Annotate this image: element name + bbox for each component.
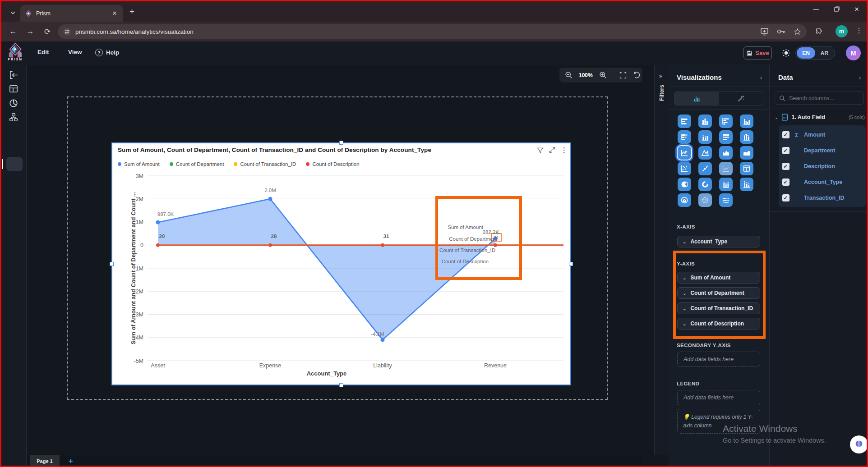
browser-tab[interactable]: Prism ✕ (20, 5, 123, 22)
lang-en-button[interactable]: EN (797, 47, 815, 59)
window-restore-button[interactable] (827, 1, 847, 17)
extensions-icon[interactable] (814, 27, 823, 36)
column-row-description[interactable]: Description (782, 160, 862, 172)
language-toggle: EN AR (795, 46, 835, 60)
filters-collapsed-panel[interactable]: » Filters (654, 65, 669, 455)
browser-profile-avatar[interactable]: m (836, 25, 848, 37)
viz-area-smooth[interactable] (740, 146, 753, 160)
search-columns-box[interactable] (775, 92, 864, 105)
viz-gauge[interactable] (678, 193, 691, 207)
viz-column[interactable] (698, 114, 712, 128)
new-tab-button[interactable]: + (129, 7, 134, 17)
viz-scatter[interactable] (678, 162, 691, 175)
assistant-brain-button[interactable] (850, 435, 868, 453)
viz-line-chart-selected[interactable] (678, 146, 691, 160)
svg-text:0: 0 (140, 242, 143, 248)
collapse-exit-icon[interactable] (9, 71, 18, 79)
viz-stream[interactable] (719, 193, 733, 207)
viz-bar-grouped[interactable] (719, 114, 733, 128)
legend-section-label: LEGEND (677, 381, 699, 386)
viz-area-overlap[interactable] (698, 146, 712, 160)
data-panel: Data › ⌄ 1. Auto Field (5 cols) Σ Amount… (770, 65, 868, 467)
back-icon[interactable]: ← (8, 27, 18, 36)
dataset-group-row[interactable]: ⌄ 1. Auto Field (5 cols) (775, 114, 865, 121)
window-close-button[interactable]: ✕ (847, 1, 867, 17)
user-avatar[interactable]: M (846, 46, 861, 60)
viz-column-stacked[interactable] (698, 130, 712, 144)
resize-handle-right[interactable] (569, 262, 573, 266)
forward-icon[interactable]: → (25, 27, 36, 36)
viz-bubble-trend[interactable] (698, 162, 712, 175)
tab-smart-suggest[interactable] (719, 92, 763, 105)
screen: Prism ✕ + — ✕ ← → ⟳ prismbi.com.sa/home/… (0, 0, 868, 467)
column-row-transaction-id[interactable]: Transaction_ID (782, 192, 862, 204)
column-row-amount[interactable]: Σ Amount (782, 129, 862, 141)
viz-column-grouped[interactable] (740, 114, 753, 128)
viz-radar[interactable] (698, 193, 712, 207)
checkbox-checked[interactable] (782, 163, 790, 170)
save-button[interactable]: Save (743, 46, 772, 60)
viz-bar-horizontal[interactable] (678, 114, 691, 128)
viz-pie[interactable] (678, 178, 691, 191)
browser-toolbar: ← → ⟳ prismbi.com.sa/home/analytics/visu… (1, 22, 867, 41)
checkbox-checked[interactable] (782, 131, 790, 138)
resize-handle-left[interactable] (110, 262, 114, 266)
resize-handle-top[interactable] (339, 141, 343, 145)
reload-icon[interactable]: ⟳ (42, 27, 53, 37)
x-axis-field[interactable]: ⌄ Account_Type (677, 236, 760, 247)
password-key-icon[interactable] (777, 29, 786, 34)
tab-search-chevron-icon[interactable] (7, 7, 18, 18)
viz-donut[interactable] (698, 178, 712, 191)
bookmark-star-icon[interactable] (794, 28, 801, 36)
search-columns-input[interactable] (789, 95, 857, 101)
legend-dropzone[interactable]: Add data fields here (677, 390, 760, 405)
collapse-panel-chevron-icon[interactable]: › (760, 74, 762, 81)
viz-area-zigzag[interactable] (719, 146, 733, 160)
caret-down-icon[interactable]: ⌄ (775, 115, 778, 120)
checkbox-checked[interactable] (782, 194, 790, 201)
visualization-pie-icon[interactable] (9, 99, 18, 108)
svg-text:20: 20 (159, 234, 165, 239)
collapse-panel-chevron-icon[interactable]: › (859, 74, 861, 81)
window-minimize-button[interactable]: — (806, 1, 826, 17)
viz-bar-stacked[interactable] (678, 130, 691, 144)
url-text[interactable]: prismbi.com.sa/home/analytics/visualizat… (75, 28, 753, 35)
fit-screen-icon[interactable] (619, 72, 627, 79)
zoom-out-icon[interactable] (565, 71, 573, 79)
viz-column-line-combo[interactable] (740, 130, 753, 144)
tab-close-icon[interactable]: ✕ (111, 9, 119, 18)
menu-help[interactable]: Help (95, 49, 119, 56)
viz-scatter-line[interactable] (719, 162, 733, 175)
viz-column-dot-2[interactable] (740, 178, 753, 191)
tab-chart-types[interactable] (674, 92, 719, 105)
viz-bar-full-stacked[interactable] (719, 130, 733, 144)
site-info-icon[interactable] (63, 28, 71, 36)
browser-menu-kebab-icon[interactable]: ⋮ (855, 26, 863, 35)
add-page-button[interactable]: + (69, 457, 73, 466)
install-icon[interactable] (761, 28, 769, 36)
address-bar[interactable]: prismbi.com.sa/home/analytics/visualizat… (58, 24, 807, 39)
hierarchy-icon[interactable] (9, 113, 18, 122)
resize-handle-bottom[interactable] (339, 383, 343, 387)
checkbox-checked[interactable] (782, 147, 790, 154)
checkbox-checked[interactable] (782, 179, 790, 186)
theme-sun-icon[interactable] (781, 48, 791, 58)
column-row-account-type[interactable]: Account_Type (782, 176, 862, 188)
reset-icon[interactable] (633, 72, 640, 79)
viz-column-dot[interactable] (719, 178, 733, 191)
menu-edit[interactable]: Edit (37, 49, 49, 55)
svg-text:987.0K: 987.0K (157, 211, 174, 217)
viz-table[interactable] (740, 162, 753, 175)
lang-ar-button[interactable]: AR (815, 47, 834, 59)
secondary-y-axis-dropzone[interactable]: Add data fields here (677, 352, 760, 367)
menu-view[interactable]: View (68, 49, 82, 55)
zoom-in-icon[interactable] (599, 71, 607, 79)
expand-filters-icon[interactable]: » (659, 73, 662, 79)
chevron-down-icon: ⌄ (683, 239, 686, 244)
svg-text:28: 28 (271, 234, 277, 239)
dashboard-layout-icon[interactable] (9, 85, 18, 93)
filters-tab-label[interactable]: Filters (659, 85, 665, 101)
column-row-department[interactable]: Department (782, 145, 862, 156)
page-tab-1[interactable]: Page 1 (30, 455, 60, 467)
design-canvas[interactable]: 100% Sum of Amount, Count of Department,… (27, 65, 654, 455)
